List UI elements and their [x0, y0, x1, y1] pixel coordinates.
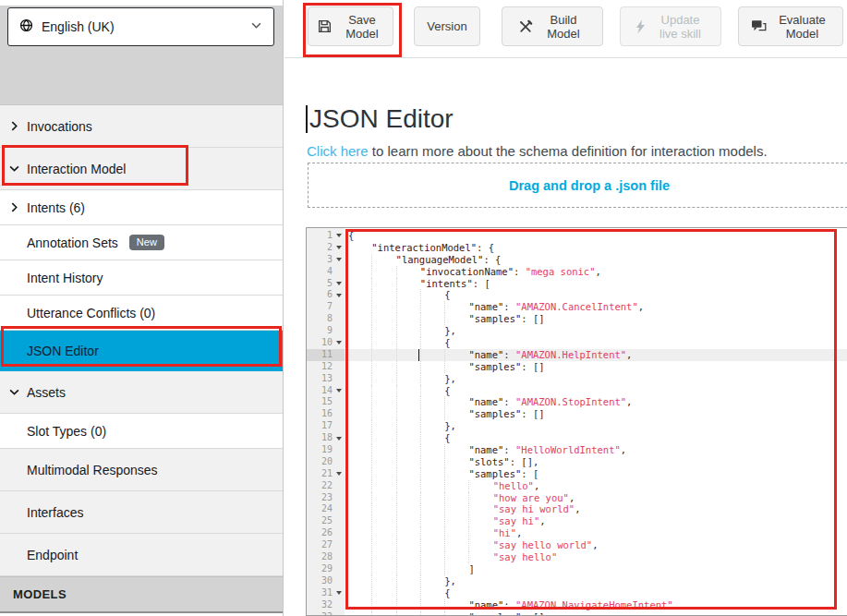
button-label: Version — [427, 19, 466, 33]
line-number: 27 — [321, 539, 333, 551]
code-text: { — [444, 432, 450, 444]
editor-line-14: 14{ — [307, 385, 847, 397]
sidebar-item-label: Intent History — [27, 271, 103, 285]
line-number: 13 — [321, 373, 333, 385]
code-text: "how are you", — [493, 492, 575, 504]
editor-line-23: 23"how are you", — [307, 492, 847, 504]
editor-line-12: 12"samples": [] — [307, 361, 847, 373]
fold-toggle-icon[interactable] — [333, 278, 345, 290]
code-text: }, — [444, 373, 456, 385]
sidebar-item-multimodal-responses[interactable]: Multimodal Responses — [0, 449, 283, 491]
code-text: { — [444, 385, 450, 397]
chevron-down-icon — [9, 387, 19, 397]
editor-line-27: 27"say hello world", — [307, 539, 847, 551]
code-text: }, — [444, 575, 456, 587]
fold-toggle-icon[interactable] — [333, 254, 345, 266]
editor-line-25: 25"say hi", — [307, 515, 847, 527]
fold-toggle-icon[interactable] — [333, 337, 345, 349]
line-number: 31 — [321, 587, 333, 599]
dropzone-label: Drag and drop a .json file — [509, 178, 670, 193]
editor-line-18: 18{ — [307, 432, 847, 444]
version-button[interactable]: Version — [414, 6, 480, 46]
fold-toggle-icon[interactable] — [333, 230, 345, 242]
code-text: "intents": [ — [420, 278, 490, 290]
sidebar-item-interaction-model[interactable]: Interaction Model — [0, 148, 283, 190]
sidebar-item-annotation-sets[interactable]: Annotation SetsNew — [0, 225, 283, 260]
code-text: "say hello" — [493, 551, 558, 563]
sidebar-item-intent-history[interactable]: Intent History — [0, 260, 283, 296]
sidebar-item-invocations[interactable]: Invocations — [0, 105, 283, 148]
sidebar-item-label: Invocations — [27, 119, 92, 134]
code-text: "name": "HelloWorldIntent", — [468, 444, 626, 456]
button-label: Save Model — [340, 13, 384, 41]
line-number: 19 — [321, 444, 333, 456]
fold-toggle-icon[interactable] — [333, 385, 345, 397]
chevron-down-icon — [9, 163, 19, 174]
toolbar: Save ModelVersionBuild ModelUpdate live … — [284, 0, 847, 58]
editor-line-4: 4"invocationName": "mega sonic", — [307, 266, 847, 278]
line-number: 12 — [321, 361, 333, 373]
sidebar-item-label: Multimodal Responses — [27, 463, 158, 477]
sidebar-item-label: Annotation Sets — [27, 236, 118, 250]
code-text: }, — [444, 420, 456, 432]
line-number: 21 — [321, 468, 333, 480]
sidebar: English (UK) CUSTOM InvocationsInteracti… — [0, 0, 284, 616]
fold-toggle-icon[interactable] — [333, 289, 345, 301]
fold-toggle-icon[interactable] — [333, 242, 345, 254]
page-title: JSON Editor — [306, 104, 454, 134]
editor-line-20: 20"slots": [], — [307, 456, 847, 468]
fold-toggle-icon[interactable] — [333, 432, 345, 444]
json-code-editor[interactable]: 1{2"interactionModel": {3"languageModel"… — [306, 227, 847, 616]
line-number: 26 — [321, 527, 333, 539]
click-here-link[interactable]: Click here — [307, 143, 369, 159]
build-model-button[interactable]: Build Model — [502, 6, 603, 46]
button-label: Update live skill — [654, 13, 708, 41]
code-text: "name": "AMAZON.HelpIntent", — [468, 349, 632, 361]
editor-line-9: 9}, — [307, 325, 847, 337]
chevron-right-icon — [9, 202, 19, 212]
build-icon — [518, 19, 533, 34]
sidebar-item-assets[interactable]: Assets — [0, 371, 283, 414]
code-text: "name": "AMAZON.CancelIntent", — [468, 301, 644, 313]
language-selector-label: English (UK) — [42, 19, 242, 34]
app-screen: English (UK) CUSTOM InvocationsInteracti… — [0, 0, 847, 616]
sidebar-item-slot-types-0[interactable]: Slot Types (0) — [0, 414, 283, 449]
button-label: Build Model — [540, 13, 587, 41]
code-text: { — [444, 289, 450, 301]
evaluate-icon — [751, 19, 767, 33]
language-selector[interactable]: English (UK) — [7, 7, 274, 46]
code-text: "say hi world", — [493, 503, 581, 515]
editor-line-3: 3"languageModel": { — [307, 254, 847, 266]
editor-line-24: 24"say hi world", — [307, 503, 847, 515]
fold-toggle-icon[interactable] — [333, 587, 345, 599]
evaluate-model-button[interactable]: Evaluate Model — [738, 6, 843, 46]
sidebar-item-label: Intents (6) — [27, 200, 85, 215]
editor-line-22: 22"hello", — [307, 480, 847, 492]
editor-line-5: 5"intents": [ — [307, 278, 847, 290]
sidebar-item-label: Endpoint — [27, 548, 78, 562]
line-number: 15 — [321, 396, 333, 408]
fold-toggle-icon[interactable] — [333, 468, 345, 480]
sidebar-header-models: MODELS — [0, 576, 283, 613]
update-live-skill-button[interactable]: Update live skill — [620, 6, 721, 46]
sidebar-item-interfaces[interactable]: Interfaces — [0, 491, 283, 534]
sidebar-item-json-editor[interactable]: JSON Editor — [0, 331, 283, 371]
json-dropzone[interactable]: Drag and drop a .json file — [308, 163, 847, 208]
line-number: 24 — [321, 503, 333, 515]
editor-line-30: 30}, — [307, 575, 847, 587]
editor-line-28: 28"say hello" — [307, 551, 847, 563]
chevron-down-icon — [250, 18, 262, 35]
code-text: "interactionModel": { — [371, 242, 494, 254]
sidebar-item-intents-6[interactable]: Intents (6) — [0, 190, 283, 225]
line-number: 11 — [321, 349, 333, 361]
text-caret — [306, 105, 308, 133]
sidebar-item-endpoint[interactable]: Endpoint — [0, 534, 283, 576]
chevron-right-icon — [9, 121, 19, 131]
sidebar-item-utterance-conflicts-0[interactable]: Utterance Conflicts (0) — [0, 296, 283, 331]
sidebar-nav: InvocationsInteraction ModelIntents (6)A… — [0, 105, 283, 613]
line-number: 25 — [321, 515, 333, 527]
code-text: "hello", — [493, 480, 540, 492]
save-model-button[interactable]: Save Model — [308, 6, 393, 46]
line-number: 32 — [321, 599, 333, 611]
editor-line-31: 31{ — [307, 587, 847, 599]
